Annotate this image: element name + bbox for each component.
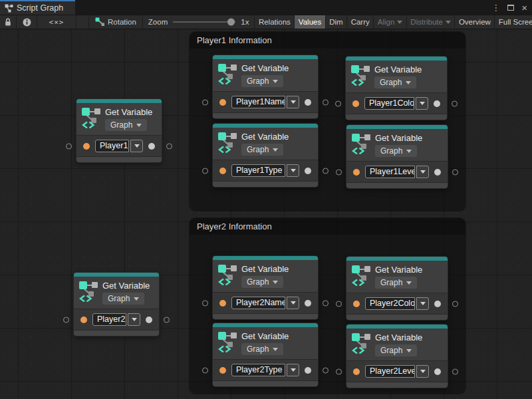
lock-button[interactable] — [0, 15, 17, 29]
variable-scope-dropdown[interactable]: Graph — [102, 293, 144, 305]
get-variable-node-player1[interactable]: Get Variable Graph Player1 — [76, 99, 162, 162]
variable-scope-dropdown[interactable]: Graph — [241, 75, 283, 87]
variable-scope-dropdown[interactable]: Graph — [105, 119, 147, 131]
variable-name-dropdown[interactable]: Player1Name — [231, 96, 299, 108]
input-port[interactable] — [66, 143, 72, 149]
variable-dropdown-button[interactable] — [287, 364, 299, 376]
name-input-port[interactable] — [353, 169, 360, 176]
output-port[interactable] — [323, 367, 329, 373]
variable-scope-dropdown[interactable]: Graph — [374, 76, 416, 88]
variable-dropdown-button[interactable] — [130, 140, 143, 152]
variable-dropdown-button[interactable] — [287, 297, 299, 309]
info-button[interactable] — [17, 15, 37, 29]
variable-scope-dropdown[interactable]: Graph — [375, 145, 417, 157]
value-output-dot[interactable] — [434, 169, 441, 176]
carry-button[interactable]: Carry — [346, 15, 373, 29]
variable-scope-dropdown[interactable]: Graph — [375, 277, 417, 289]
relations-button[interactable]: Relations — [254, 15, 294, 29]
values-button[interactable]: Values — [294, 15, 325, 29]
variable-dropdown-button[interactable] — [287, 96, 299, 108]
name-input-port[interactable] — [219, 99, 226, 106]
node-port-row: Player1Name — [213, 91, 318, 113]
variable-scope-dropdown[interactable]: Graph — [241, 144, 283, 156]
input-port[interactable] — [336, 368, 342, 374]
output-port[interactable] — [323, 99, 329, 105]
variable-name-dropdown[interactable]: Player2 — [92, 313, 140, 326]
dim-button[interactable]: Dim — [325, 15, 346, 29]
input-port[interactable] — [202, 367, 208, 373]
variable-dropdown-button[interactable] — [416, 365, 429, 378]
value-output-dot[interactable] — [146, 317, 152, 323]
input-port[interactable] — [202, 168, 208, 174]
name-input-port[interactable] — [219, 367, 226, 374]
get-variable-node-player2level[interactable]: Get Variable Graph Player2Level — [346, 325, 448, 388]
variable-name-dropdown[interactable]: Player1Type — [231, 164, 299, 177]
variable-name-dropdown[interactable]: Player2Name — [231, 297, 299, 309]
value-output-dot[interactable] — [305, 367, 311, 374]
input-port[interactable] — [202, 99, 208, 105]
get-variable-node-player1color[interactable]: Get Variable Graph Player1Color — [346, 57, 447, 120]
output-port[interactable] — [452, 301, 458, 307]
get-variable-node-player2color[interactable]: Get Variable Graph Player2Color — [346, 257, 448, 320]
tab-script-graph[interactable]: Script Graph — [0, 0, 75, 15]
maximize-icon[interactable] — [507, 5, 514, 11]
get-variable-node-player1type[interactable]: Get Variable Graph Player1Type — [213, 124, 318, 187]
variable-name-dropdown[interactable]: Player2Color — [365, 297, 429, 310]
rotation-button[interactable]: Rotation — [89, 15, 143, 29]
window-menu-icon[interactable]: ⋮ — [491, 3, 500, 12]
name-input-port[interactable] — [219, 168, 226, 174]
variable-dropdown-button[interactable] — [416, 297, 429, 310]
value-output-dot[interactable] — [434, 301, 441, 307]
zoom-slider-handle[interactable] — [227, 19, 235, 26]
input-port[interactable] — [336, 169, 342, 175]
variable-dropdown-button[interactable] — [128, 313, 140, 326]
variable-name-dropdown[interactable]: Player1Level — [365, 166, 429, 178]
value-annotation-button[interactable]: <×> — [37, 15, 76, 29]
input-port[interactable] — [63, 317, 69, 323]
variable-dropdown-button[interactable] — [287, 164, 299, 177]
get-variable-node-player1name[interactable]: Get Variable Graph Player1Name — [213, 55, 318, 118]
name-input-port[interactable] — [353, 368, 360, 375]
overview-button[interactable]: Overview — [454, 15, 494, 29]
output-port[interactable] — [452, 169, 458, 175]
variable-name-dropdown[interactable]: Player2Type — [231, 364, 299, 376]
variable-scope-dropdown[interactable]: Graph — [241, 343, 283, 355]
variable-dropdown-button[interactable] — [416, 166, 429, 178]
value-output-dot[interactable] — [305, 168, 311, 174]
input-port[interactable] — [336, 301, 342, 307]
output-port[interactable] — [452, 100, 458, 106]
value-output-dot[interactable] — [305, 99, 311, 106]
close-icon[interactable]: × — [521, 3, 527, 13]
name-input-port[interactable] — [352, 100, 359, 107]
output-port[interactable] — [323, 168, 329, 174]
name-input-port[interactable] — [80, 317, 87, 323]
input-port[interactable] — [335, 100, 341, 106]
variable-name-dropdown[interactable]: Player1 — [95, 140, 143, 152]
variable-scope-dropdown[interactable]: Graph — [241, 276, 283, 288]
variable-dropdown-button[interactable] — [416, 97, 428, 110]
name-input-port[interactable] — [219, 300, 226, 307]
name-input-port[interactable] — [83, 143, 90, 150]
value-output-dot[interactable] — [305, 300, 311, 307]
variable-name-dropdown[interactable]: Player1Color — [364, 97, 428, 110]
output-port[interactable] — [452, 368, 458, 374]
output-port[interactable] — [323, 300, 329, 306]
output-port[interactable] — [164, 317, 170, 323]
name-input-port[interactable] — [353, 301, 360, 307]
variable-scope-dropdown[interactable]: Graph — [375, 344, 417, 356]
graph-canvas[interactable]: Player1 Information Player2 Information — [0, 29, 532, 399]
get-variable-node-player1level[interactable]: Get Variable Graph Player1Level — [346, 125, 448, 188]
zoom-slider[interactable] — [173, 21, 235, 23]
get-variable-node-player2name[interactable]: Get Variable Graph Player2Name — [213, 256, 318, 319]
get-variable-node-player2[interactable]: Get Variable Graph Player2 — [74, 273, 159, 336]
full-screen-button[interactable]: Full Screen — [494, 15, 532, 29]
variable-name-dropdown[interactable]: Player2Level — [365, 365, 429, 378]
group-header[interactable]: Player2 Information — [190, 218, 466, 235]
value-output-dot[interactable] — [148, 143, 155, 150]
input-port[interactable] — [202, 300, 208, 306]
group-header[interactable]: Player1 Information — [190, 32, 466, 49]
output-port[interactable] — [166, 143, 172, 149]
get-variable-node-player2type[interactable]: Get Variable Graph Player2Type — [213, 323, 318, 386]
value-output-dot[interactable] — [434, 368, 441, 375]
value-output-dot[interactable] — [434, 100, 440, 107]
